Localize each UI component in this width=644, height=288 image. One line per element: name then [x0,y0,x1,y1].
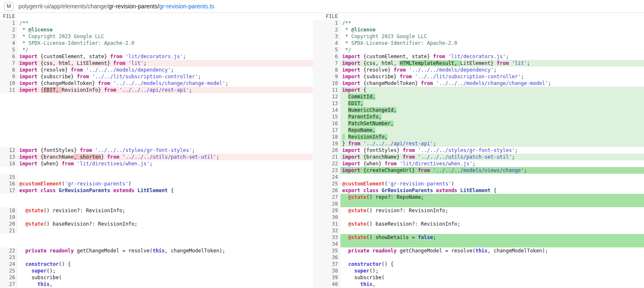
line-number-left [0,201,18,207]
line-number-right[interactable]: 30 [313,214,340,221]
code-segment: from [400,74,412,80]
line-number-left[interactable]: 11 [0,87,18,93]
code-line-left [18,13,313,20]
line-number-left[interactable]: 4 [0,40,18,46]
line-number-right[interactable]: 40 [313,281,340,288]
line-number-left[interactable]: 13 [0,154,18,160]
line-number-right[interactable]: 16 [313,120,340,127]
line-number-right[interactable]: 23 [313,167,340,174]
line-number-right[interactable]: 14 [313,107,340,113]
line-number-left[interactable]: 15 [0,174,18,180]
diff-row: 14import {when} from 'lit/directives/whe… [0,160,644,167]
code-line-left: super(); [18,267,313,274]
line-number-left[interactable]: 25 [0,267,18,274]
line-number-right[interactable]: 5 [313,46,340,53]
line-number-left[interactable]: 9 [0,73,18,80]
line-number-right[interactable]: 15 [313,113,340,120]
diff-row: 15 ParentInfo, [0,113,644,120]
line-number-right[interactable]: 27 [313,194,340,201]
line-number-left[interactable]: 16 [0,180,18,187]
line-number-right[interactable]: 22 [313,160,340,167]
line-number-right[interactable]: 19 [313,140,340,147]
file-label-right[interactable]: FILE [313,13,340,20]
line-number-left[interactable]: 23 [0,254,18,261]
line-number-right[interactable]: 26 [313,187,340,194]
line-number-right[interactable]: 17 [313,127,340,134]
line-number-left[interactable]: 17 [0,187,18,194]
line-number-left[interactable]: 19 [0,214,18,221]
line-number-right[interactable]: 1 [313,20,340,26]
diff-row: 34 [0,241,644,247]
line-number-right[interactable]: 35 [313,247,340,254]
code-line-left: */ [18,46,313,53]
line-number-right[interactable]: 3 [313,33,340,40]
line-number-left[interactable]: 2 [0,26,18,33]
code-segment: 'lit/directives/when.js' [400,161,472,167]
line-number-left[interactable]: 20 [0,221,18,227]
code-segment: /** [342,20,351,26]
line-number-right[interactable]: 6 [313,53,340,60]
line-number-right[interactable]: 4 [313,40,340,46]
line-number-left[interactable]: 22 [0,247,18,254]
line-number-left[interactable]: 12 [0,147,18,154]
code-line-left [18,241,313,247]
file-name-link[interactable]: gr-revision-parents.ts [159,3,214,10]
line-number-right[interactable]: 10 [313,80,340,87]
code-segment: from [348,141,360,147]
code-segment: import [342,167,360,173]
line-number-left[interactable]: 7 [0,60,18,67]
code-segment: 'gr-revision-parents' [65,181,128,187]
code-segment [433,80,436,86]
line-number-right[interactable]: 38 [313,267,340,274]
line-number-right[interactable]: 34 [313,241,340,247]
code-segment: import [342,60,360,66]
line-number-right[interactable]: 37 [313,261,340,267]
diff-row: 16 PatchSetNumber, [0,120,644,127]
code-segment: {changeModelToken} [360,80,421,86]
line-number-right[interactable]: 39 [313,274,340,281]
line-number-right[interactable]: 33 [313,234,340,241]
line-number-right[interactable]: 12 [313,93,340,100]
line-number-left[interactable]: 24 [0,261,18,267]
code-segment: import [342,80,360,86]
line-number-right[interactable]: 32 [313,227,340,234]
line-number-right[interactable]: 25 [313,180,340,187]
line-number-right[interactable]: 24 [313,174,340,180]
code-segment: extends [436,188,457,193]
diff-row: 19} from '../../../api/rest-api'; [0,140,644,147]
code-line-left [18,167,313,174]
line-number-right[interactable]: 21 [313,154,340,160]
line-number-right[interactable]: 13 [313,100,340,107]
line-number-left[interactable]: 18 [0,207,18,214]
line-number-right[interactable]: 31 [313,221,340,227]
line-number-right[interactable]: 28 [313,201,340,207]
line-number-right[interactable]: 9 [313,73,340,80]
intraline-edit-segment: EDIT, [44,87,62,93]
line-number-left[interactable]: 21 [0,227,18,234]
line-number-left[interactable]: 8 [0,67,18,73]
line-number-left[interactable]: 3 [0,33,18,40]
line-number-right[interactable]: 7 [313,60,340,67]
line-number-right[interactable]: 36 [313,254,340,261]
code-segment: ; [183,54,186,59]
line-number-right[interactable]: 2 [313,26,340,33]
line-number-left[interactable]: 26 [0,274,18,281]
line-number-right[interactable]: 18 [313,134,340,140]
code-line-right: import {css, html, HTMLTemplateResult, L… [340,60,644,67]
line-number-left[interactable]: 27 [0,281,18,288]
line-number-right[interactable]: 20 [313,147,340,154]
line-number-left[interactable]: 1 [0,20,18,26]
code-segment: from [71,67,83,73]
line-number-right[interactable]: 11 [313,87,340,93]
code-segment: import [342,74,360,80]
line-number-left[interactable]: 6 [0,53,18,60]
file-label-left[interactable]: FILE [0,13,18,20]
line-number-left[interactable]: 5 [0,46,18,53]
code-segment [342,248,348,254]
line-number-left[interactable]: 10 [0,80,18,87]
code-segment [19,261,25,267]
code-segment: @state [348,234,366,240]
line-number-right[interactable]: 29 [313,207,340,214]
line-number-left[interactable]: 14 [0,160,18,167]
line-number-right[interactable]: 8 [313,67,340,73]
